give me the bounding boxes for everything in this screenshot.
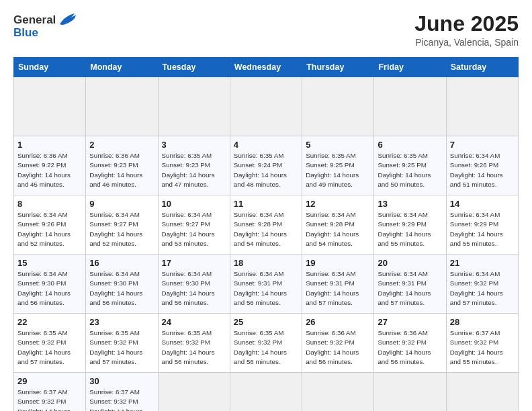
logo: General Blue — [13, 12, 76, 38]
day-info: Sunrise: 6:34 AMSunset: 9:30 PMDaylight:… — [17, 269, 82, 308]
day-number: 25 — [234, 317, 298, 327]
day-info: Sunrise: 6:34 AMSunset: 9:31 PMDaylight:… — [234, 269, 298, 308]
day-info: Sunrise: 6:37 AMSunset: 9:32 PMDaylight:… — [450, 328, 515, 367]
calendar-cell — [158, 373, 230, 411]
day-info: Sunrise: 6:36 AMSunset: 9:32 PMDaylight:… — [378, 328, 442, 367]
calendar-cell: 6Sunrise: 6:35 AMSunset: 9:25 PMDaylight… — [374, 136, 446, 195]
logo-general: General — [13, 14, 56, 26]
calendar-cell: 30Sunrise: 6:37 AMSunset: 9:32 PMDayligh… — [86, 373, 158, 411]
day-info: Sunrise: 6:35 AMSunset: 9:24 PMDaylight:… — [234, 151, 298, 189]
calendar-cell: 10Sunrise: 6:34 AMSunset: 9:27 PMDayligh… — [158, 195, 230, 255]
calendar-title: June 2025 — [414, 12, 519, 36]
day-number: 21 — [450, 258, 515, 268]
day-info: Sunrise: 6:34 AMSunset: 9:31 PMDaylight:… — [378, 269, 442, 308]
day-number: 5 — [306, 140, 370, 150]
day-number: 11 — [234, 199, 298, 209]
day-number: 8 — [17, 199, 82, 209]
calendar-cell: 16Sunrise: 6:34 AMSunset: 9:30 PMDayligh… — [86, 255, 158, 314]
day-info: Sunrise: 6:34 AMSunset: 9:26 PMDaylight:… — [17, 210, 82, 248]
day-number: 20 — [378, 258, 442, 268]
day-info: Sunrise: 6:34 AMSunset: 9:32 PMDaylight:… — [450, 269, 515, 308]
calendar-cell: 27Sunrise: 6:36 AMSunset: 9:32 PMDayligh… — [374, 314, 446, 373]
col-header-sunday: Sunday — [14, 58, 86, 77]
day-number: 10 — [162, 199, 226, 209]
calendar-cell: 26Sunrise: 6:36 AMSunset: 9:32 PMDayligh… — [302, 314, 374, 373]
day-number: 29 — [17, 376, 82, 386]
day-info: Sunrise: 6:34 AMSunset: 9:28 PMDaylight:… — [234, 210, 298, 248]
day-number: 7 — [450, 140, 515, 150]
calendar-cell: 24Sunrise: 6:35 AMSunset: 9:32 PMDayligh… — [158, 314, 230, 373]
calendar-cell: 23Sunrise: 6:35 AMSunset: 9:32 PMDayligh… — [86, 314, 158, 373]
calendar-cell: 2Sunrise: 6:36 AMSunset: 9:23 PMDaylight… — [86, 136, 158, 195]
col-header-monday: Monday — [86, 58, 158, 77]
calendar-cell: 13Sunrise: 6:34 AMSunset: 9:29 PMDayligh… — [374, 195, 446, 255]
calendar-cell: 15Sunrise: 6:34 AMSunset: 9:30 PMDayligh… — [14, 255, 86, 314]
calendar-cell: 20Sunrise: 6:34 AMSunset: 9:31 PMDayligh… — [374, 255, 446, 314]
calendar-cell: 1Sunrise: 6:36 AMSunset: 9:22 PMDaylight… — [14, 136, 86, 195]
day-info: Sunrise: 6:37 AMSunset: 9:32 PMDaylight:… — [89, 387, 154, 411]
day-info: Sunrise: 6:35 AMSunset: 9:25 PMDaylight:… — [306, 151, 370, 189]
calendar-cell — [374, 77, 446, 136]
day-info: Sunrise: 6:34 AMSunset: 9:31 PMDaylight:… — [306, 269, 370, 308]
calendar-cell: 17Sunrise: 6:34 AMSunset: 9:30 PMDayligh… — [158, 255, 230, 314]
col-header-saturday: Saturday — [446, 58, 518, 77]
day-info: Sunrise: 6:35 AMSunset: 9:25 PMDaylight:… — [378, 151, 442, 189]
calendar-cell: 29Sunrise: 6:37 AMSunset: 9:32 PMDayligh… — [14, 373, 86, 411]
header: General Blue June 2025 Picanya, Valencia… — [13, 12, 519, 48]
day-info: Sunrise: 6:35 AMSunset: 9:23 PMDaylight:… — [162, 151, 226, 189]
page: General Blue June 2025 Picanya, Valencia… — [0, 0, 532, 411]
day-info: Sunrise: 6:35 AMSunset: 9:32 PMDaylight:… — [89, 328, 154, 367]
day-info: Sunrise: 6:34 AMSunset: 9:27 PMDaylight:… — [162, 210, 226, 248]
logo-blue: Blue — [13, 27, 76, 38]
day-info: Sunrise: 6:34 AMSunset: 9:30 PMDaylight:… — [89, 269, 154, 308]
calendar-cell: 28Sunrise: 6:37 AMSunset: 9:32 PMDayligh… — [446, 314, 518, 373]
day-number: 30 — [89, 376, 154, 386]
day-number: 15 — [17, 258, 82, 268]
day-info: Sunrise: 6:34 AMSunset: 9:27 PMDaylight:… — [89, 210, 154, 248]
day-number: 17 — [162, 258, 226, 268]
calendar-cell: 25Sunrise: 6:35 AMSunset: 9:32 PMDayligh… — [230, 314, 302, 373]
day-info: Sunrise: 6:34 AMSunset: 9:28 PMDaylight:… — [306, 210, 370, 248]
day-number: 1 — [17, 140, 82, 150]
day-info: Sunrise: 6:35 AMSunset: 9:32 PMDaylight:… — [234, 328, 298, 367]
day-number: 2 — [89, 140, 154, 150]
day-number: 9 — [89, 199, 154, 209]
calendar-cell: 8Sunrise: 6:34 AMSunset: 9:26 PMDaylight… — [14, 195, 86, 255]
calendar-cell: 21Sunrise: 6:34 AMSunset: 9:32 PMDayligh… — [446, 255, 518, 314]
day-number: 27 — [378, 317, 442, 327]
day-info: Sunrise: 6:36 AMSunset: 9:23 PMDaylight:… — [89, 151, 154, 189]
day-number: 4 — [234, 140, 298, 150]
day-number: 18 — [234, 258, 298, 268]
calendar-cell — [86, 77, 158, 136]
calendar-subtitle: Picanya, Valencia, Spain — [414, 37, 519, 48]
calendar-cell — [302, 373, 374, 411]
calendar-cell: 18Sunrise: 6:34 AMSunset: 9:31 PMDayligh… — [230, 255, 302, 314]
calendar-cell — [230, 77, 302, 136]
day-number: 6 — [378, 140, 442, 150]
calendar-cell — [374, 373, 446, 411]
calendar-cell: 12Sunrise: 6:34 AMSunset: 9:28 PMDayligh… — [302, 195, 374, 255]
col-header-friday: Friday — [374, 58, 446, 77]
day-info: Sunrise: 6:35 AMSunset: 9:32 PMDaylight:… — [17, 328, 82, 367]
title-block: June 2025 Picanya, Valencia, Spain — [414, 12, 519, 48]
col-header-tuesday: Tuesday — [158, 58, 230, 77]
calendar-cell: 3Sunrise: 6:35 AMSunset: 9:23 PMDaylight… — [158, 136, 230, 195]
day-number: 14 — [450, 199, 515, 209]
day-info: Sunrise: 6:34 AMSunset: 9:30 PMDaylight:… — [162, 269, 226, 308]
day-number: 22 — [17, 317, 82, 327]
day-number: 28 — [450, 317, 515, 327]
day-number: 19 — [306, 258, 370, 268]
calendar-cell — [230, 373, 302, 411]
day-number: 16 — [89, 258, 154, 268]
day-number: 12 — [306, 199, 370, 209]
calendar-table: SundayMondayTuesdayWednesdayThursdayFrid… — [13, 57, 519, 411]
day-number: 26 — [306, 317, 370, 327]
day-number: 23 — [89, 317, 154, 327]
day-info: Sunrise: 6:34 AMSunset: 9:26 PMDaylight:… — [450, 151, 515, 189]
calendar-cell: 11Sunrise: 6:34 AMSunset: 9:28 PMDayligh… — [230, 195, 302, 255]
calendar-cell — [158, 77, 230, 136]
calendar-cell: 22Sunrise: 6:35 AMSunset: 9:32 PMDayligh… — [14, 314, 86, 373]
calendar-cell: 5Sunrise: 6:35 AMSunset: 9:25 PMDaylight… — [302, 136, 374, 195]
col-header-thursday: Thursday — [302, 58, 374, 77]
calendar-cell: 19Sunrise: 6:34 AMSunset: 9:31 PMDayligh… — [302, 255, 374, 314]
